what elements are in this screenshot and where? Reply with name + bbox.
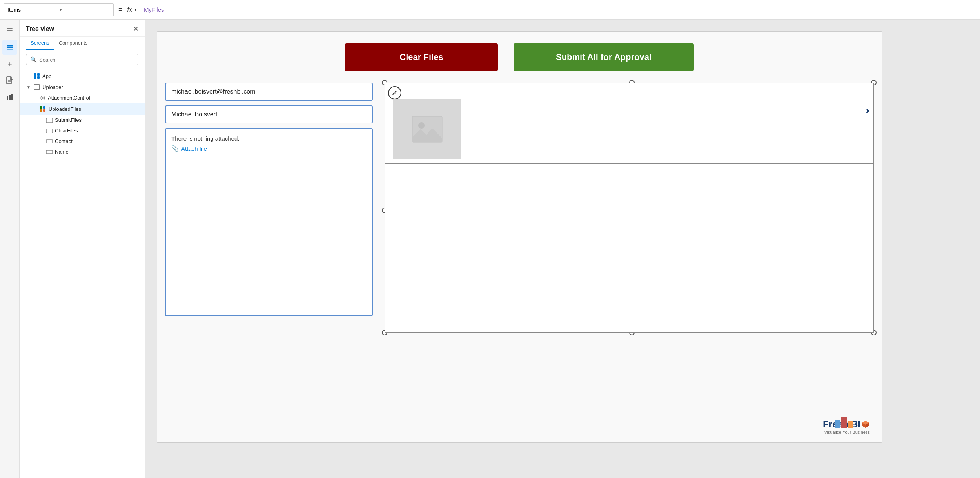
button-icon (46, 118, 53, 123)
clear-files-button[interactable]: Clear Files (345, 43, 498, 71)
gallery-edit-icon[interactable] (388, 86, 401, 100)
gallery-image-placeholder (393, 99, 461, 159)
paperclip-icon: 📎 (171, 145, 179, 152)
app-icon (34, 73, 40, 79)
freshbi-tagline: Visualize Your Business (824, 430, 870, 435)
svg-rect-20 (46, 118, 53, 123)
label-icon (46, 139, 53, 144)
search-icon: 🔍 (30, 56, 37, 63)
svg-rect-7 (9, 95, 11, 100)
tree-item-contact[interactable]: Contact (20, 136, 145, 147)
svg-rect-8 (11, 94, 13, 100)
screen-icon (34, 84, 40, 90)
tree-item-submitfiles[interactable]: SubmitFiles (20, 115, 145, 125)
svg-rect-18 (40, 109, 42, 112)
hamburger-menu-icon[interactable]: ☰ (2, 24, 17, 38)
top-bar: Items ▼ = fx ▼ MyFiles (0, 0, 980, 20)
svg-rect-22 (46, 140, 53, 143)
bar-chart-decoration (835, 416, 853, 428)
svg-rect-13 (34, 85, 40, 89)
tree-item-clearfiles[interactable]: ClearFiles (20, 125, 145, 136)
formula-bar[interactable]: MyFiles (141, 6, 164, 13)
chart-icon[interactable] (2, 89, 17, 104)
button-icon2 (46, 129, 53, 133)
file-icon[interactable] (2, 73, 17, 88)
email-field[interactable] (165, 83, 373, 101)
uploader-expand-icon: ▼ (26, 85, 31, 89)
gallery-top: › (385, 83, 873, 163)
fx-button[interactable]: fx ▼ (127, 6, 138, 13)
items-dropdown[interactable]: Items ▼ (4, 3, 114, 16)
search-input[interactable] (39, 57, 134, 63)
canvas-frame: Clear Files Submit All for Approval Ther… (157, 31, 882, 443)
svg-rect-12 (37, 76, 40, 79)
form-section: There is nothing attached. 📎 Attach file (165, 83, 373, 316)
freshbi-cube-icon (861, 420, 870, 429)
svg-rect-9 (34, 73, 36, 76)
tree-item-name[interactable]: Name (20, 147, 145, 157)
svg-rect-17 (43, 106, 45, 109)
svg-rect-21 (46, 129, 53, 133)
gallery-next-icon[interactable]: › (866, 103, 869, 117)
tree-item-uploader-label: Uploader (42, 84, 138, 90)
attachment-box: There is nothing attached. 📎 Attach file (165, 128, 373, 316)
tree-view-title: Tree view (26, 25, 54, 33)
tree-tabs: Screens Components (20, 37, 145, 50)
tree-item-attachmentcontrol[interactable]: AttachmentControl (20, 92, 145, 103)
svg-rect-2 (7, 49, 13, 50)
control-icon (40, 95, 45, 101)
tree-item-app-label: App (42, 73, 138, 79)
tree-body: App ▼ Uploader AttachmentControl (20, 69, 145, 478)
tab-components[interactable]: Components (54, 37, 93, 50)
image-placeholder-icon (412, 116, 443, 143)
search-box: 🔍 (26, 54, 138, 65)
gallery-bottom (385, 164, 873, 332)
tree-close-icon[interactable]: ✕ (133, 25, 138, 33)
svg-rect-19 (43, 109, 45, 112)
name-field[interactable] (165, 105, 373, 123)
svg-rect-1 (7, 47, 13, 48)
svg-rect-0 (7, 45, 13, 47)
fx-chevron-icon: ▼ (134, 7, 138, 12)
tree-panel: Tree view ✕ Screens Components 🔍 App ▼ (20, 20, 145, 478)
tree-item-attachment-label: AttachmentControl (48, 95, 138, 101)
tree-item-name-label: Name (55, 149, 138, 155)
equals-symbol: = (117, 5, 124, 14)
label-icon2 (46, 150, 53, 154)
submit-all-button[interactable]: Submit All for Approval (514, 43, 694, 71)
svg-rect-11 (34, 76, 36, 79)
gallery-icon (40, 106, 46, 112)
main-layout: ☰ ＋ Tree view (0, 20, 980, 478)
tree-item-submitfiles-label: SubmitFiles (55, 117, 138, 123)
attach-file-link[interactable]: 📎 Attach file (171, 145, 367, 152)
tree-item-app[interactable]: App (20, 71, 145, 81)
plus-icon[interactable]: ＋ (2, 56, 17, 71)
content-row: There is nothing attached. 📎 Attach file (165, 83, 874, 333)
tab-screens[interactable]: Screens (26, 37, 54, 50)
buttons-row: Clear Files Submit All for Approval (165, 43, 874, 71)
tree-search-area: 🔍 (20, 50, 145, 69)
svg-rect-6 (7, 96, 8, 100)
tree-item-uploader[interactable]: ▼ Uploader (20, 81, 145, 92)
canvas-area: Clear Files Submit All for Approval Ther… (145, 20, 980, 478)
tree-item-uploadedfiles[interactable]: UploadedFiles ··· (20, 103, 145, 115)
tree-item-uploadedfiles-label: UploadedFiles (49, 106, 130, 112)
svg-point-25 (418, 122, 425, 129)
tree-item-contact-label: Contact (55, 138, 138, 144)
gallery-container: › (385, 83, 874, 333)
layers-icon[interactable] (2, 40, 17, 55)
tree-item-clearfiles-label: ClearFiles (55, 128, 138, 134)
attachment-empty-text: There is nothing attached. (171, 135, 367, 142)
svg-point-15 (42, 97, 44, 99)
freshbi-logo: Fresh BI Visualize Your Business (823, 419, 870, 435)
attach-file-label: Attach file (181, 145, 207, 152)
gallery-wrapper: › (385, 83, 874, 333)
dropdown-label: Items (7, 7, 59, 13)
sidebar-icons: ☰ ＋ (0, 20, 20, 478)
dropdown-chevron-icon: ▼ (59, 7, 110, 12)
uploadedfiles-options-icon[interactable]: ··· (132, 105, 138, 112)
fx-label: fx (127, 6, 132, 13)
svg-rect-23 (46, 150, 53, 154)
svg-rect-16 (40, 106, 42, 109)
svg-rect-10 (37, 73, 40, 76)
